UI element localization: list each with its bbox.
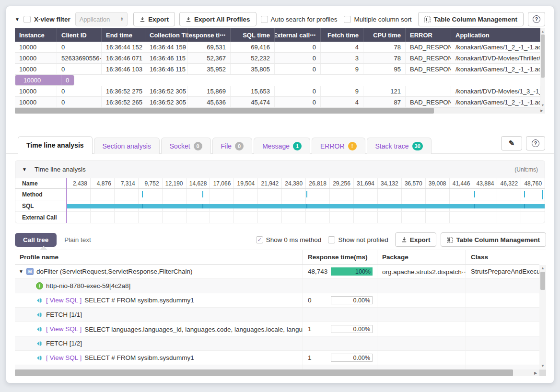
timeline-grid-cell — [497, 189, 521, 200]
table-cell: 16:36:52 275 — [102, 86, 145, 96]
calltree-row[interactable]: ▼MdoFilter (ServletRequest,ServletRespon… — [15, 265, 539, 279]
timeline-tick-label: 2,438 — [66, 178, 90, 188]
scrollbar-thumb[interactable] — [541, 35, 545, 78]
xview-filter-checkbox[interactable] — [23, 16, 31, 23]
column-header-response-time-ms[interactable]: Response time(ms) — [303, 250, 377, 264]
calltree-row[interactable]: [ View SQL ]SELECT # FROM sysibm.sysdumm… — [15, 351, 539, 365]
tab-message[interactable]: Message1 — [254, 138, 310, 154]
response-time-cell: 10.00% — [303, 351, 377, 365]
tab-error[interactable]: ERROR! — [312, 138, 365, 154]
column-header-application[interactable]: Application — [451, 28, 540, 42]
scrollbar-thumb[interactable] — [540, 272, 545, 290]
method-event-tick — [474, 191, 475, 197]
timeline-grid-cell — [281, 212, 305, 223]
show-not-profiled-checkbox[interactable] — [328, 236, 335, 243]
table-cell — [406, 86, 451, 96]
expand-collapse-icon[interactable]: ▼ — [19, 269, 23, 274]
show-not-profiled-option[interactable]: Show not profiled — [328, 236, 388, 243]
scrollbar-thumb[interactable] — [15, 369, 513, 376]
scroll-up-icon[interactable]: ▲ — [540, 28, 545, 34]
call-tree-toggle[interactable]: Call tree — [15, 233, 57, 247]
profiles-horizontal-scrollbar[interactable]: ▶ — [15, 108, 545, 114]
show-0ms-checkbox[interactable] — [256, 236, 263, 243]
scrollbar-thumb[interactable] — [15, 108, 434, 114]
export-all-profiles-button[interactable]: Export All Profiles — [179, 12, 257, 26]
profile-row[interactable]: 10000016:36:46 11816:36:46 12148,74348,5… — [15, 75, 74, 86]
profile-name-cell: FETCH [1/2] — [15, 336, 303, 350]
profiles-vertical-scrollbar[interactable]: ▲ ▼ — [540, 28, 545, 108]
table-cell: 0 — [61, 75, 106, 85]
scroll-down-icon[interactable]: ▼ — [539, 363, 546, 369]
tab-socket[interactable]: Socket0 — [161, 138, 211, 154]
multi-column-sort-option[interactable]: Multiple column sort — [344, 16, 411, 23]
tab-section-analysis[interactable]: Section analysis — [94, 138, 160, 154]
view-sql-link[interactable]: [ View SQL ] — [46, 354, 82, 361]
column-header-package[interactable]: Package — [377, 250, 466, 264]
column-header-end-time[interactable]: End time — [102, 28, 145, 42]
response-percent-bar: 100% — [331, 267, 373, 276]
tab-stack-trace[interactable]: Stack trace30 — [367, 138, 432, 154]
export-button[interactable]: Export — [133, 12, 175, 26]
help-button-tabs[interactable]: ? — [526, 136, 545, 150]
table-column-management-button[interactable]: Table Column Management — [418, 12, 524, 26]
calltree-horizontal-scrollbar[interactable]: ▶ — [15, 369, 539, 376]
profile-row[interactable]: 10000016:36:52 26516:36:52 30545,63645,4… — [15, 97, 540, 108]
column-header-response-ti[interactable]: Response ti⋯ — [187, 28, 231, 42]
column-header-sql-time[interactable]: SQL time — [231, 28, 275, 42]
timeline-grid-cell — [449, 212, 473, 223]
calltree-export-button[interactable]: Export — [395, 232, 437, 247]
calltree-row[interactable]: [ View SQL ]SELECT languages.languages_i… — [15, 322, 539, 336]
column-header-client-id[interactable]: Client ID — [57, 28, 102, 42]
multi-column-sort-checkbox[interactable] — [344, 16, 351, 23]
scroll-down-icon[interactable]: ▼ — [540, 102, 545, 108]
calltree-table-header: Profile nameResponse time(ms)PackageClas… — [15, 250, 539, 265]
collapse-timeline-icon[interactable]: ▼ — [22, 167, 27, 172]
class-cell — [466, 336, 539, 350]
scroll-right-icon[interactable]: ▶ — [532, 371, 539, 375]
timeline-unit-label: (Unit:ms) — [514, 166, 538, 173]
table-column-management-label: Table Column Management — [433, 16, 517, 23]
calltree-row[interactable]: [ View SQL ]SELECT # FROM sysibm.sysdumm… — [15, 293, 539, 308]
profile-row[interactable]: 10000016:36:52 27516:36:52 30515,86915,6… — [15, 86, 540, 97]
column-header-collection-ti[interactable]: Collection Ti⋯ — [145, 28, 187, 42]
table-cell: BAD_RESPON⋯ — [406, 53, 451, 63]
column-header-class[interactable]: Class — [466, 250, 539, 264]
view-sql-link[interactable]: [ View SQL ] — [46, 325, 82, 333]
show-0ms-option[interactable]: Show 0 ms method — [256, 236, 322, 243]
column-header-instance[interactable]: Instance — [15, 28, 57, 42]
column-header-profile-name[interactable]: Profile name — [15, 250, 303, 264]
scroll-right-icon[interactable]: ▶ — [538, 108, 545, 114]
package-cell — [377, 308, 466, 322]
scroll-up-icon[interactable]: ▲ — [539, 265, 546, 271]
table-cell: 48,585 — [235, 75, 279, 85]
calltree-row[interactable]: FETCH [1/1] — [15, 308, 539, 322]
plain-text-toggle[interactable]: Plain text — [64, 236, 91, 243]
profile-row[interactable]: 1000052633690556⋯16:36:46 07116:36:46 11… — [15, 53, 540, 64]
package-cell: org.apache.struts2.dispatch⋯ — [377, 265, 466, 278]
profile-row[interactable]: 10000016:36:44 15216:36:44 15969,53169,4… — [15, 42, 540, 53]
column-header-error[interactable]: ERROR — [406, 28, 451, 42]
timeline-grid-cell — [257, 212, 281, 223]
profile-name-text: http-nio-8780-exec-59[4c2a8] — [46, 282, 130, 289]
tab-label: Message — [262, 142, 290, 150]
tab-file[interactable]: File0 — [212, 138, 253, 154]
table-cell: 10000 — [15, 53, 57, 63]
calltree-row[interactable]: FETCH [1/2] — [15, 336, 539, 351]
column-header-cpu-time[interactable]: CPU time — [363, 28, 406, 42]
collapse-filter-icon[interactable]: ▼ — [15, 17, 20, 22]
help-button[interactable]: ? — [528, 12, 545, 26]
column-header-external-call[interactable]: External call⋯ — [275, 28, 321, 42]
calltree-row[interactable]: ihttp-nio-8780-exec-59[4c2a8] — [15, 279, 539, 293]
tab-time-line-analysis[interactable]: Time line analysis — [18, 136, 93, 154]
auto-search-option[interactable]: Auto search for profiles — [261, 16, 338, 23]
column-header-fetch-time[interactable]: Fetch time — [321, 28, 363, 42]
profile-name-cell: ihttp-nio-8780-exec-59[4c2a8] — [15, 279, 303, 293]
profile-row[interactable]: 10000016:36:46 10316:36:46 11535,95235,8… — [15, 64, 540, 75]
auto-search-checkbox[interactable] — [261, 16, 268, 23]
application-select[interactable]: Application ▲▼ — [75, 12, 128, 26]
calltree-vertical-scrollbar[interactable]: ▲ ▼ — [539, 265, 546, 369]
timeline-grid-cell — [114, 189, 138, 200]
calltree-table-column-management-button[interactable]: Table Column Management — [441, 232, 546, 247]
view-sql-link[interactable]: [ View SQL ] — [46, 297, 82, 304]
edit-button[interactable]: ✎ — [501, 136, 522, 150]
